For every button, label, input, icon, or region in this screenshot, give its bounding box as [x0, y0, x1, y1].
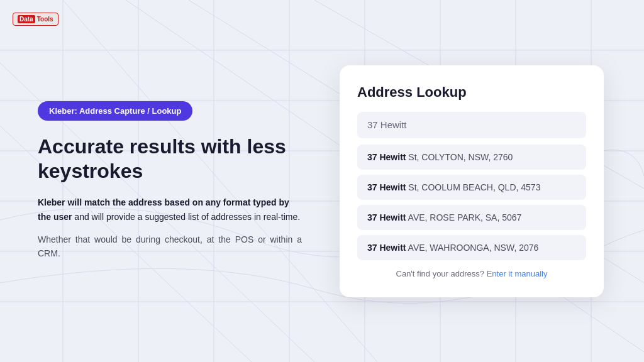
card-footer: Can't find your address? Enter it manual…: [357, 269, 586, 278]
logo: Data Tools: [13, 13, 58, 26]
result-text: 37 Hewitt St, COLYTON, NSW, 2760: [367, 152, 576, 162]
left-panel: Kleber: Address Capture / Lookup Accurat…: [38, 101, 302, 260]
result-item[interactable]: 37 Hewitt AVE, WAHROONGA, NSW, 2076: [357, 235, 586, 260]
headline: Accurate results with less keystrokes: [38, 134, 302, 183]
description-bold-suffix: and will provide a suggested list of add…: [72, 212, 300, 222]
main-container: Kleber: Address Capture / Lookup Accurat…: [0, 0, 644, 362]
product-badge: Kleber: Address Capture / Lookup: [38, 101, 192, 121]
address-lookup-card: Address Lookup 37 Hewitt 37 Hewitt St, C…: [340, 65, 604, 297]
footer-text: Can't find your address?: [396, 269, 485, 278]
result-text: 37 Hewitt St, COOLUM BEACH, QLD, 4573: [367, 182, 576, 192]
result-item[interactable]: 37 Hewitt AVE, ROSE PARK, SA, 5067: [357, 205, 586, 230]
result-text: 37 Hewitt AVE, WAHROONGA, NSW, 2076: [367, 243, 576, 253]
results-list: 37 Hewitt St, COLYTON, NSW, 276037 Hewit…: [357, 145, 586, 260]
logo-data: Data: [18, 15, 35, 23]
search-input-value: 37 Hewitt: [367, 119, 407, 130]
card-title: Address Lookup: [357, 84, 586, 101]
result-text: 37 Hewitt AVE, ROSE PARK, SA, 5067: [367, 212, 576, 222]
enter-manually-link[interactable]: Enter it manually: [487, 269, 548, 278]
result-item[interactable]: 37 Hewitt St, COOLUM BEACH, QLD, 4573: [357, 175, 586, 200]
search-input-wrapper[interactable]: 37 Hewitt: [357, 112, 586, 138]
right-panel: Address Lookup 37 Hewitt 37 Hewitt St, C…: [340, 65, 604, 297]
result-item[interactable]: 37 Hewitt St, COLYTON, NSW, 2760: [357, 145, 586, 170]
logo-tools: Tools: [37, 16, 53, 23]
description-bold: Kleber will match the address based on a…: [38, 195, 302, 224]
description-normal: Whether that would be during checkout, a…: [38, 233, 302, 261]
